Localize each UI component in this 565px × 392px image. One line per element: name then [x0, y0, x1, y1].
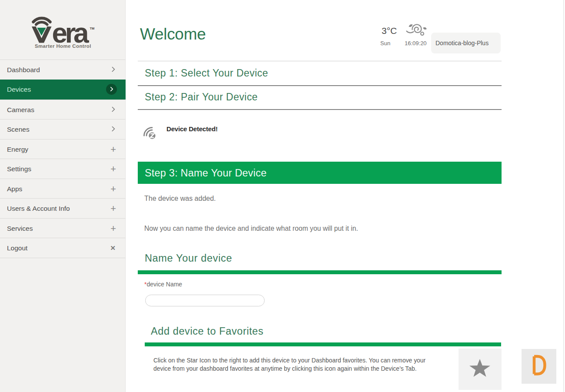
svg-text:Smarter Home Control: Smarter Home Control — [35, 43, 91, 49]
svg-text:TM: TM — [90, 27, 95, 30]
